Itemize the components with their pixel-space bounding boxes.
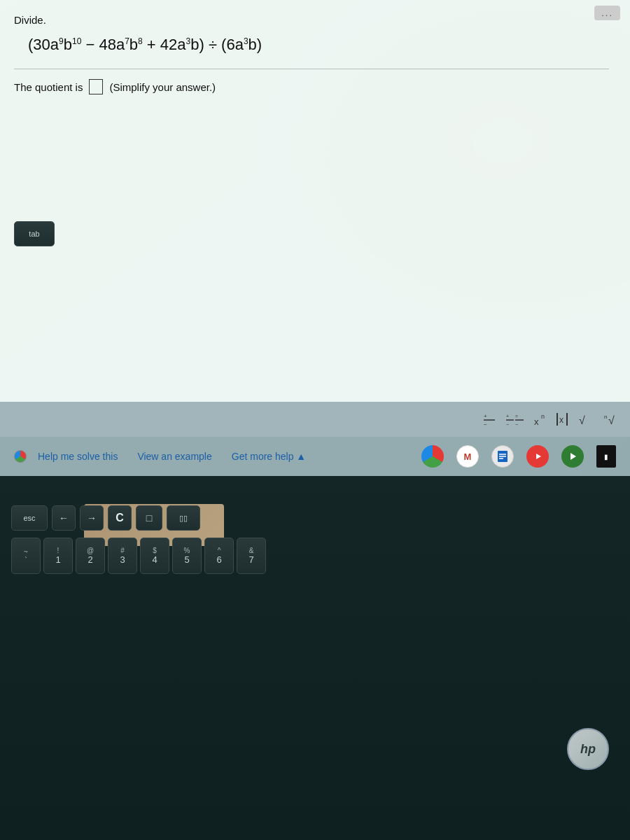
chrome-app-icon[interactable] [421,445,444,468]
divider [14,69,609,69]
forward-key[interactable]: → [80,505,104,531]
multiwindow-key[interactable]: ▯▯ [167,505,200,531]
get-more-help-link[interactable]: Get more help ▲ [232,451,306,462]
svg-marker-23 [536,454,541,459]
taskbar-links: Help me solve this View an example Get m… [38,451,421,462]
svg-text:+: + [484,413,487,419]
math-toolbar-bar: + − + − = − [0,402,630,437]
absolute-value-icon[interactable]: x [554,412,570,427]
svg-text:−: − [484,421,487,427]
sqrt-icon[interactable]: √ [578,412,595,427]
hp-logo: hp [567,728,609,770]
nth-root-icon[interactable]: n √ [603,412,623,427]
esc-key[interactable]: esc [11,505,48,531]
refresh-key[interactable]: C [108,505,132,531]
back-key[interactable]: ← [52,505,76,531]
key-4[interactable]: $ 4 [140,538,169,574]
mixed-fraction-icon[interactable]: + − = − [505,412,525,427]
math-toolbar: + − + − = − [482,412,623,427]
svg-marker-24 [570,453,576,460]
exponent-icon[interactable]: x n [533,412,546,427]
keyboard-row-1: esc ← → C □ ▯▯ [11,505,200,531]
tab-key[interactable]: tab [14,221,55,246]
key-5[interactable]: % 5 [172,538,202,574]
taskbar: Help me solve this View an example Get m… [0,437,630,476]
svg-text:−: − [515,422,518,427]
keyboard-row-2: ~ ` ! 1 @ 2 # 3 $ 4 % 5 ^ 6 [11,538,266,574]
problem-label: Divide. [14,14,609,26]
svg-text:√: √ [579,414,585,426]
key-2[interactable]: @ 2 [76,538,105,574]
key-7[interactable]: & 7 [237,538,266,574]
app-icons-row: M ▮ [421,445,616,468]
window-key[interactable]: □ [136,505,162,531]
key-1[interactable]: ! 1 [43,538,73,574]
chrome-indicator [14,450,27,463]
svg-text:+: + [506,414,509,419]
help-solve-link[interactable]: Help me solve this [38,451,132,462]
key-6[interactable]: ^ 6 [204,538,234,574]
more-options-button[interactable]: ... [594,6,620,20]
svg-text:=: = [515,414,518,419]
screen: ... Divide. (30a9b10 − 48a7b8 + 42a3b) ÷… [0,0,630,476]
backtick-key[interactable]: ~ ` [11,538,41,574]
fraction-icon[interactable]: + − [482,412,497,427]
laptop-body: ... Divide. (30a9b10 − 48a7b8 + 42a3b) ÷… [0,0,630,840]
quotient-suffix: (Simplify your answer.) [109,81,216,93]
quotient-line: The quotient is (Simplify your answer.) [14,79,609,94]
answer-input-box[interactable] [89,79,103,94]
svg-text:−: − [506,422,509,427]
svg-text:x: x [534,416,539,427]
key-3[interactable]: # 3 [108,538,137,574]
view-example-link[interactable]: View an example [137,451,225,462]
svg-text:n: n [604,414,607,420]
quotient-prefix: The quotient is [14,81,83,93]
youtube-app-icon[interactable] [526,445,549,468]
svg-text:n: n [541,413,545,420]
play-app-icon[interactable] [561,445,584,468]
docs-app-icon[interactable] [491,445,514,468]
svg-text:√: √ [608,414,615,426]
math-expression: (30a9b10 − 48a7b8 + 42a3b) ÷ (6a3b) [28,33,609,56]
gmail-app-icon[interactable]: M [456,445,479,468]
svg-text:x: x [559,415,564,425]
extra-app-icon[interactable]: ▮ [596,445,616,468]
